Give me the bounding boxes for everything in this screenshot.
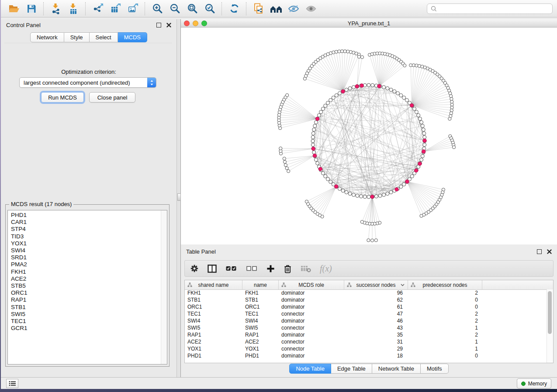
first-neighbors-button[interactable] [268,2,284,16]
panel-splitter[interactable] [176,19,181,377]
export-network-button[interactable] [90,2,106,16]
select-all-rows-button[interactable] [225,265,237,272]
add-row-button[interactable] [266,265,275,273]
mcds-node-item[interactable]: FKH1 [11,268,167,275]
import-network-button[interactable] [48,2,64,16]
zoom-selected-button[interactable] [202,2,218,16]
float-table-panel-icon[interactable] [537,249,542,254]
zoom-in-button[interactable] [149,2,165,16]
column-header-shared-name[interactable]: shared name [185,280,242,289]
close-panel-button[interactable]: Close panel [89,92,135,103]
mcds-node-item[interactable]: SWI4 [11,247,167,254]
table-scrollbar-thumb[interactable] [548,291,552,334]
mcds-node-item[interactable]: TEC1 [11,318,167,325]
minimize-window-icon[interactable] [193,21,198,26]
export-table-button[interactable] [107,2,123,16]
column-header-name[interactable]: name [242,280,279,289]
control-panel-header: Control Panel [1,19,176,31]
import-table-button[interactable] [66,2,81,16]
table-cell: FKH1 [185,290,242,296]
hide-selected-button[interactable] [286,2,301,16]
table-row[interactable]: RAP1RAP1dominator352 [185,331,553,338]
splitter-grip[interactable] [177,193,181,201]
tab-style[interactable]: Style [64,32,90,42]
optimization-select[interactable]: largest connected component (undirected) [19,77,156,88]
tab-network-table[interactable]: Network Table [372,364,421,374]
table-settings-button[interactable] [190,264,199,273]
mcds-node-item[interactable]: ORC1 [11,289,167,296]
tab-network[interactable]: Network [30,32,64,42]
table-row[interactable]: ORC1ORC1dominator610 [185,303,553,310]
mcds-node-item[interactable]: STB5 [11,282,167,289]
table-row[interactable]: STB1STB1dominator620 [185,296,553,303]
mcds-node-item[interactable]: PMA2 [11,261,167,268]
tab-edge-table[interactable]: Edge Table [331,364,372,374]
delete-table-button[interactable] [301,265,311,272]
network-canvas[interactable] [181,28,557,244]
table-row[interactable]: PHD1PHD1dominator180 [185,352,553,359]
delete-row-button[interactable] [284,264,292,273]
mcds-node-item[interactable]: GCR1 [11,325,167,332]
mcds-node-item[interactable]: RAP1 [11,296,167,303]
tab-node-table[interactable]: Node Table [289,364,331,374]
memory-button[interactable]: Memory [517,378,551,389]
column-header-successor-nodes[interactable]: successor nodes [344,280,408,289]
mcds-node-item[interactable]: SRD1 [11,254,167,261]
control-panel-tabs: NetworkStyleSelectMCDS [1,32,176,42]
close-window-icon[interactable] [184,21,190,26]
float-panel-icon[interactable] [156,23,161,28]
mcds-node-item[interactable]: PHD1 [11,212,167,219]
mcds-node-item[interactable]: STB1 [11,304,167,311]
column-label: predecessor nodes [422,282,467,288]
zoom-in-icon [152,3,163,14]
refresh-layout-button[interactable] [226,2,242,16]
column-header-predecessor-nodes[interactable]: predecessor nodes [408,280,482,289]
open-file-button[interactable] [6,2,22,16]
task-history-button[interactable] [6,379,18,388]
table-row[interactable]: TEC1TEC1connector472 [185,310,553,317]
tab-select[interactable]: Select [90,32,118,42]
table-cell: connector [279,311,344,317]
table-cell: PHD1 [242,353,279,359]
column-header-MCDS-role[interactable]: MCDS role [279,280,344,289]
trash-icon [284,264,292,273]
fx-icon: f(x) [320,264,332,274]
duplicate-network-button[interactable] [251,2,266,16]
table-row[interactable]: YOX1YOX1connector291 [185,345,553,352]
deselect-all-rows-button[interactable] [246,265,258,272]
table-cell: TEC1 [185,311,242,317]
mcds-node-item[interactable]: TID3 [11,233,167,240]
show-all-button[interactable] [303,2,319,16]
table-scrollbar[interactable] [547,289,553,363]
table-row[interactable]: FKH1FKH1dominator962 [185,289,553,296]
function-builder-button[interactable]: f(x) [320,264,332,274]
save-session-button[interactable] [24,2,39,16]
show-columns-button[interactable] [208,265,217,273]
mcds-node-item[interactable]: CAR1 [11,219,167,226]
export-image-button[interactable] [125,2,141,16]
search-box[interactable] [427,3,553,14]
search-input[interactable] [439,5,549,12]
table-row[interactable]: SWI5SWI5connector431 [185,324,553,331]
mcds-node-item[interactable]: SWI5 [11,311,167,318]
tab-motifs[interactable]: Motifs [421,364,449,374]
maximize-window-icon[interactable] [201,21,207,26]
tab-mcds[interactable]: MCDS [118,32,147,42]
mcds-result-title: MCDS result (17 nodes) [9,201,73,207]
network-window-titlebar[interactable]: YPA_prune.txt_1 [181,19,557,28]
table-row[interactable]: ACE2ACE2connector311 [185,338,553,345]
zoom-out-button[interactable] [167,2,183,16]
table-cell: 1 [408,339,482,345]
mcds-result-list[interactable]: PHD1CAR1STP4TID3YOX1SWI4SRD1PMA2FKH1ACE2… [7,210,167,364]
mcds-node-item[interactable]: ACE2 [11,275,167,282]
mcds-node-item[interactable]: STP4 [11,226,167,233]
mcds-node-item[interactable]: YOX1 [11,240,167,247]
close-table-panel-icon[interactable] [547,249,552,254]
table-cell: SWI4 [242,318,279,324]
zoom-fit-button[interactable] [184,2,200,16]
close-panel-icon[interactable] [166,23,171,28]
table-row[interactable]: SWI4SWI4dominator462 [185,317,553,324]
run-mcds-button[interactable]: Run MCDS [41,92,84,103]
table-cell: 29 [344,346,408,352]
mcds-list-scrollbar[interactable] [161,210,167,364]
